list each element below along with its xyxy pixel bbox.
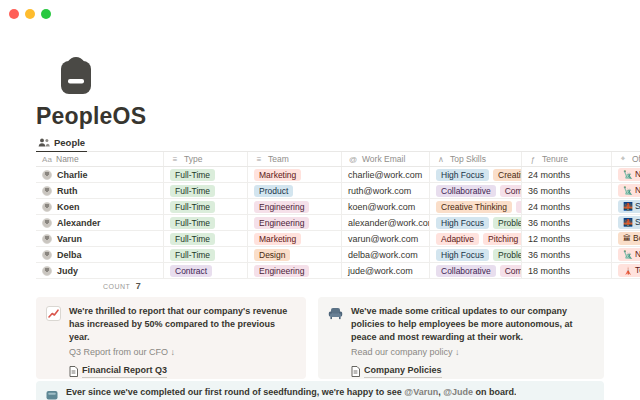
type-tag[interactable]: Full-Time: [170, 169, 215, 181]
skill-tag[interactable]: High Focus: [436, 249, 489, 261]
column-header-office[interactable]: ⌖Office: [612, 152, 640, 166]
cell-type[interactable]: Full-Time: [164, 167, 248, 182]
mention-varun[interactable]: @Varun: [404, 387, 438, 397]
table-row[interactable]: DelbaFull-TimeDesigndelba@work.comHigh F…: [36, 247, 640, 263]
team-tag[interactable]: Engineering: [254, 201, 309, 213]
cell-tenure[interactable]: 18 months: [522, 263, 612, 278]
cell-name[interactable]: Koen: [36, 199, 164, 214]
cell-office[interactable]: 🗽New York: [612, 167, 640, 182]
column-header-name[interactable]: AaName: [36, 152, 164, 166]
cell-office[interactable]: 🌉San Francisco: [612, 215, 640, 230]
skill-tag[interactable]: Communication: [500, 185, 522, 197]
table-row[interactable]: VarunFull-TimeMarketingvarun@work.comAda…: [36, 231, 640, 247]
cell-top-skills[interactable]: AdaptivePitchingContributing: [430, 231, 522, 246]
cell-work-email[interactable]: koen@work.com: [342, 199, 430, 214]
skill-tag[interactable]: Problem Solving: [493, 249, 522, 261]
skill-tag[interactable]: Collaborative: [436, 265, 496, 277]
cell-name[interactable]: Ruth: [36, 183, 164, 198]
cell-team[interactable]: Design: [248, 247, 342, 262]
cell-type[interactable]: Contract: [164, 263, 248, 278]
cell-name[interactable]: Delba: [36, 247, 164, 262]
cell-work-email[interactable]: varun@work.com: [342, 231, 430, 246]
cell-team[interactable]: Product: [248, 183, 342, 198]
cell-tenure[interactable]: 36 months: [522, 247, 612, 262]
type-tag[interactable]: Full-Time: [170, 217, 215, 229]
skill-tag[interactable]: Problem Solving: [493, 217, 522, 229]
cell-office[interactable]: 🏛Boston: [612, 231, 640, 246]
cell-work-email[interactable]: alexander@work.com: [342, 215, 430, 230]
cell-name[interactable]: Charlie: [36, 167, 164, 182]
type-tag[interactable]: Full-Time: [170, 233, 215, 245]
zoom-window-button[interactable]: [41, 9, 51, 19]
cell-top-skills[interactable]: CollaborativeCommunication: [430, 263, 522, 278]
team-tag[interactable]: Marketing: [254, 233, 301, 245]
column-header-email[interactable]: @Work Email: [342, 152, 430, 166]
table-row[interactable]: JudyContractEngineeringjude@work.comColl…: [36, 263, 640, 279]
mention-jude[interactable]: @Jude: [443, 387, 473, 397]
tab-people[interactable]: People: [36, 137, 87, 152]
cell-work-email[interactable]: charlie@work.com: [342, 167, 430, 182]
minimize-window-button[interactable]: [25, 9, 35, 19]
cell-team[interactable]: Marketing: [248, 231, 342, 246]
cell-office[interactable]: 🗽New York: [612, 183, 640, 198]
type-tag[interactable]: Full-Time: [170, 201, 215, 213]
cell-top-skills[interactable]: Creative ThinkingCommunication: [430, 199, 522, 214]
cell-name[interactable]: Varun: [36, 231, 164, 246]
cell-top-skills[interactable]: High FocusProblem Solving: [430, 215, 522, 230]
cell-type[interactable]: Full-Time: [164, 247, 248, 262]
skill-tag[interactable]: Pitching: [483, 233, 522, 245]
close-window-button[interactable]: [9, 9, 19, 19]
cell-type[interactable]: Full-Time: [164, 215, 248, 230]
team-tag[interactable]: Engineering: [254, 217, 309, 229]
team-tag[interactable]: Engineering: [254, 265, 309, 277]
cell-work-email[interactable]: ruth@work.com: [342, 183, 430, 198]
cell-work-email[interactable]: jude@work.com: [342, 263, 430, 278]
table-row[interactable]: AlexanderFull-TimeEngineeringalexander@w…: [36, 215, 640, 231]
cell-type[interactable]: Full-Time: [164, 231, 248, 246]
office-tag[interactable]: 🏛Boston: [618, 232, 640, 245]
column-header-tenure[interactable]: ƒTenure: [522, 152, 612, 166]
office-tag[interactable]: 🗽New York: [618, 168, 640, 181]
cell-office[interactable]: 🗽New York: [612, 247, 640, 262]
cell-tenure[interactable]: 12 months: [522, 231, 612, 246]
financial-report-link[interactable]: Financial Report Q3: [69, 364, 296, 378]
cell-tenure[interactable]: 24 months: [522, 167, 612, 182]
skill-tag[interactable]: High Focus: [436, 217, 489, 229]
team-tag[interactable]: Product: [254, 185, 293, 197]
cell-name[interactable]: Alexander: [36, 215, 164, 230]
skill-tag[interactable]: Adaptive: [436, 233, 479, 245]
column-header-team[interactable]: ≡Team: [248, 152, 342, 166]
office-tag[interactable]: 🗼Tokyo: [618, 264, 640, 277]
cell-office[interactable]: 🗼Tokyo: [612, 263, 640, 278]
cell-type[interactable]: Full-Time: [164, 183, 248, 198]
type-tag[interactable]: Contract: [170, 265, 212, 277]
table-row[interactable]: RuthFull-TimeProductruth@work.comCollabo…: [36, 183, 640, 199]
cell-team[interactable]: Engineering: [248, 215, 342, 230]
cell-top-skills[interactable]: High FocusProblem Solving: [430, 247, 522, 262]
team-tag[interactable]: Marketing: [254, 169, 301, 181]
column-header-skills[interactable]: ∧Top Skills: [430, 152, 522, 166]
company-policies-link[interactable]: Company Policies: [351, 364, 594, 378]
cell-top-skills[interactable]: CollaborativeCommunication: [430, 183, 522, 198]
skill-tag[interactable]: High Focus: [436, 169, 489, 181]
office-tag[interactable]: 🗽New York: [618, 184, 640, 197]
cell-tenure[interactable]: 24 months: [522, 199, 612, 214]
office-tag[interactable]: 🌉San Francisco: [618, 200, 640, 213]
cell-tenure[interactable]: 36 months: [522, 215, 612, 230]
type-tag[interactable]: Full-Time: [170, 249, 215, 261]
cell-top-skills[interactable]: High FocusCreative Thinking: [430, 167, 522, 182]
table-row[interactable]: KoenFull-TimeEngineeringkoen@work.comCre…: [36, 199, 640, 215]
office-tag[interactable]: 🌉San Francisco: [618, 216, 640, 229]
team-tag[interactable]: Design: [254, 249, 290, 261]
column-header-type[interactable]: ≡Type: [164, 152, 248, 166]
cell-team[interactable]: Engineering: [248, 199, 342, 214]
skill-tag[interactable]: Creative Thinking: [493, 169, 522, 181]
skill-tag[interactable]: Collaborative: [436, 185, 496, 197]
table-count-footer[interactable]: COUNT 7: [36, 281, 141, 291]
cell-tenure[interactable]: 36 months: [522, 183, 612, 198]
skill-tag[interactable]: Communication: [500, 265, 522, 277]
table-row[interactable]: CharlieFull-TimeMarketingcharlie@work.co…: [36, 167, 640, 183]
office-tag[interactable]: 🗽New York: [618, 248, 640, 261]
cell-team[interactable]: Engineering: [248, 263, 342, 278]
cell-type[interactable]: Full-Time: [164, 199, 248, 214]
